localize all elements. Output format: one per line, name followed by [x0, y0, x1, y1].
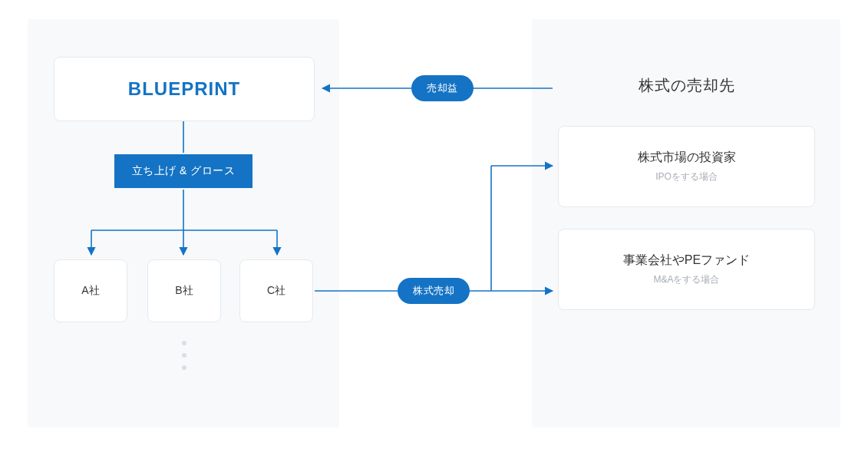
- diagram-stage: BLUEPRINT 立ち上げ & グロース A社 B社 C社 株式の売却先 株式…: [0, 0, 868, 449]
- destination-title: 株式市場の投資家: [638, 150, 736, 166]
- blueprint-card: BLUEPRINT: [54, 57, 315, 121]
- destination-title: 事業会社やPEファンド: [623, 253, 750, 269]
- pill-proceeds: 売却益: [411, 75, 474, 101]
- company-label: A社: [81, 284, 99, 298]
- destination-ma: 事業会社やPEファンド M&Aをする場合: [558, 229, 815, 310]
- destination-subtitle: IPOをする場合: [655, 170, 718, 183]
- ellipsis-dot: [182, 341, 186, 345]
- action-label: 立ち上げ & グロース: [132, 164, 236, 178]
- pill-label: 株式売却: [413, 284, 454, 298]
- company-card-b: B社: [147, 259, 221, 322]
- destination-ipo: 株式市場の投資家 IPOをする場合: [558, 126, 815, 207]
- company-card-a: A社: [54, 259, 127, 322]
- ellipsis-dot: [182, 365, 186, 370]
- company-label: C社: [267, 284, 285, 298]
- pill-label: 売却益: [427, 81, 458, 95]
- company-label: B社: [175, 284, 193, 298]
- company-card-c: C社: [239, 259, 313, 322]
- pill-stock-sale: 株式売却: [398, 278, 470, 304]
- buyers-title: 株式の売却先: [558, 75, 815, 96]
- destination-subtitle: M&Aをする場合: [653, 273, 719, 286]
- blueprint-logo-text: BLUEPRINT: [128, 78, 240, 100]
- ellipsis-dot: [182, 353, 186, 358]
- action-launch-growth: 立ち上げ & グロース: [114, 154, 252, 188]
